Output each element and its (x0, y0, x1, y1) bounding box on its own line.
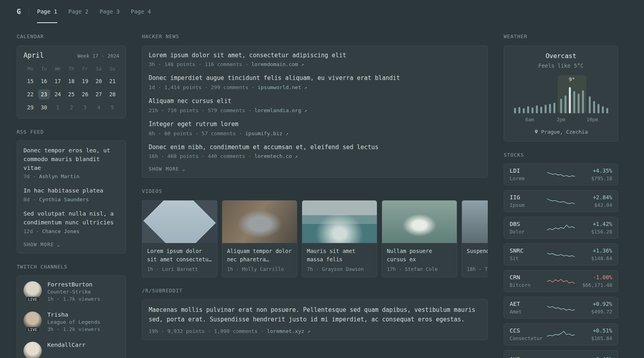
hn-domain-link[interactable]: loremdomain.com (251, 61, 298, 67)
video-thumbnail[interactable] (222, 200, 297, 243)
rss-item-title[interactable]: Donec tempor eros leo, ut commodo mauris… (23, 146, 119, 172)
weather-hour-bar (578, 93, 580, 113)
external-link-icon: ↗ (307, 329, 310, 334)
video-card[interactable]: Mauris sit amet massa felis 7h · Grayson… (302, 200, 377, 277)
hn-item-title[interactable]: Lorem ipsum dolor sit amet, consectetur … (149, 51, 481, 60)
calendar-day: 21 (107, 76, 118, 86)
hn-item-meta: 6h · 60 points · 57 comments · (149, 130, 242, 136)
stock-ticker: AHS (510, 356, 543, 358)
tab-page-3[interactable]: Page 3 (99, 0, 120, 23)
stock-sparkline (547, 275, 575, 287)
stock-row[interactable]: AETAmet +0.92%$499.72 (504, 297, 618, 319)
video-thumbnail[interactable] (142, 200, 217, 243)
calendar-day: 29 (24, 102, 36, 113)
hn-item-title[interactable]: Aliquam nec cursus elit (149, 97, 481, 106)
rss-item-title[interactable]: In hac habitasse platea (23, 187, 119, 195)
videos-row: Lorem ipsum dolor sit amet consectetu… 1… (142, 200, 488, 277)
calendar-day: 30 (38, 102, 50, 113)
twitch-channel[interactable]: KendallCarr (23, 342, 119, 358)
hn-item-meta: 3h · 148 points · 116 comments · (149, 61, 248, 67)
live-badge: LIVE (25, 297, 40, 302)
video-title[interactable]: Lorem ipsum dolor sit amet consectetu… (147, 247, 212, 264)
avatar: LIVE (23, 281, 42, 300)
section-title-weather: WEATHER (504, 34, 618, 39)
stock-name: Consectetur (510, 335, 543, 341)
twitch-channel[interactable]: LIVE ForrestBurton Counter-Strike 1h · 1… (23, 281, 119, 302)
hn-item-title[interactable]: Donec imperdiet augue tincidunt felis al… (149, 74, 481, 83)
video-thumbnail[interactable] (462, 200, 488, 243)
stock-sparkline (547, 169, 575, 181)
hn-item-title[interactable]: Donec enim nibh, condimentum et accumsan… (149, 143, 481, 152)
twitch-widget: TWITCH CHANNELS LIVE ForrestBurton Count… (17, 265, 126, 358)
twitch-channel[interactable]: LIVE Trisha League of Legends 3h · 1.2k … (23, 311, 119, 332)
rss-item-title[interactable]: Sed volutpat nulla nisl, a condimentum n… (23, 210, 119, 227)
stock-price: $499.72 (579, 309, 612, 315)
stock-row[interactable]: IIGIpsum +2.84%$42.04 (504, 190, 618, 212)
calendar-day-next-month: 2 (65, 102, 77, 113)
weather-hour-bar (589, 96, 591, 113)
twitch-channel-name[interactable]: Trisha (47, 311, 100, 318)
hn-domain-link[interactable]: loremtech.co (254, 153, 292, 159)
stock-row[interactable]: AHS +0.46% (504, 350, 618, 358)
video-title[interactable]: Aliquam tempor dolor nec pharetra… (227, 247, 292, 264)
video-title[interactable]: Suspendis diam (467, 247, 488, 264)
stock-change: +2.84% (579, 194, 612, 200)
video-title[interactable]: Mauris sit amet massa felis (307, 247, 372, 264)
calendar-day-selected: 23 (38, 89, 50, 99)
rss-item: In hac habitasse platea 8d · Cynthia Sau… (23, 187, 119, 202)
calendar-widget: CALENDAR April Week 17 · 2024 Mo Tu We T… (17, 34, 126, 119)
rss-item-author: Ashlyn Martin (39, 173, 80, 179)
hn-show-more-button[interactable]: SHOW MORE ⌄ (149, 166, 481, 172)
stock-sparkline (547, 302, 575, 314)
hn-item: Donec enim nibh, condimentum et accumsan… (149, 143, 481, 160)
weather-axis-label: 6am (525, 117, 534, 123)
app-logo[interactable]: G (17, 0, 29, 23)
video-card[interactable]: Nullam posuere cursus ex 17h · Stefan Co… (382, 200, 457, 277)
subreddit-domain-link[interactable]: loremnet.xyz (267, 328, 304, 334)
stock-row[interactable]: CRNBitcorn -1.00%$66,171.48 (504, 270, 618, 292)
tab-page-4[interactable]: Page 4 (131, 0, 151, 23)
weather-hour-bar (569, 87, 571, 113)
hn-domain-link[interactable]: loremlandia.org (254, 107, 301, 113)
tab-page-2[interactable]: Page 2 (68, 0, 89, 23)
video-card[interactable]: Suspendis diam 18h · Tara (462, 200, 488, 277)
stock-change: -1.00% (579, 274, 612, 280)
video-card[interactable]: Aliquam tempor dolor nec pharetra… 1h · … (222, 200, 297, 277)
stock-row[interactable]: LDILorem +4.35%$795.18 (504, 163, 618, 185)
stock-row[interactable]: DBSDolor +1.42%$156.28 (504, 217, 618, 239)
calendar-day: 19 (79, 76, 91, 86)
stock-price: $66,171.48 (579, 282, 612, 288)
tab-page-1[interactable]: Page 1 (37, 0, 57, 23)
video-card[interactable]: Lorem ipsum dolor sit amet consectetu… 1… (142, 200, 217, 277)
show-more-label: SHOW MORE (149, 166, 179, 172)
hn-item-meta: 1d · 1,414 points · 299 comments · (149, 84, 254, 90)
subreddit-post-text[interactable]: Maecenas mollis pulvinar erat non posuer… (149, 305, 481, 324)
hn-item-title[interactable]: Integer eget rutrum lorem (149, 120, 481, 129)
calendar-day: 24 (52, 89, 64, 99)
stock-row[interactable]: SNRCSit +1.36%$148.64 (504, 243, 618, 265)
external-link-icon: ↗ (285, 131, 288, 136)
weather-axis: 6am 2pm 10pm (510, 117, 611, 123)
stock-name: Amet (510, 309, 543, 315)
weather-hour-bar (531, 107, 533, 113)
calendar-weekday: Tu (37, 64, 50, 73)
stock-row[interactable]: CCSConsectetur +0.51%$165.84 (504, 323, 618, 345)
stock-ticker: CCS (510, 327, 543, 334)
video-title[interactable]: Nullam posuere cursus ex (387, 247, 452, 264)
rss-show-more-button[interactable]: SHOW MORE ⌄ (23, 241, 119, 247)
calendar-day: 27 (93, 89, 105, 99)
weather-hour-bar (553, 103, 555, 113)
calendar-grid: Mo Tu We Th Fr Sa Su 15 16 17 18 19 20 2… (23, 64, 119, 113)
hn-item-meta: 16h · 468 points · 440 comments · (149, 153, 251, 159)
twitch-channel-viewers: 3h · 1.2k viewers (47, 326, 100, 332)
weather-hour-bar (597, 104, 599, 113)
hn-item-meta: 21h · 710 points · 579 comments · (149, 107, 251, 113)
center-column: HACKER NEWS Lorem ipsum dolor sit amet, … (142, 23, 488, 340)
video-thumbnail[interactable] (302, 200, 377, 243)
hn-domain-link[interactable]: ipsumify.biz (245, 130, 283, 136)
twitch-channel-name[interactable]: KendallCarr (47, 342, 85, 348)
twitch-channel-name[interactable]: ForrestBurton (47, 281, 100, 288)
hn-domain-link[interactable]: ipsumworld.net (258, 84, 301, 90)
subreddit-widget: /R/SUBREDDIT Maecenas mollis pulvinar er… (142, 288, 488, 340)
video-thumbnail[interactable] (382, 200, 457, 243)
